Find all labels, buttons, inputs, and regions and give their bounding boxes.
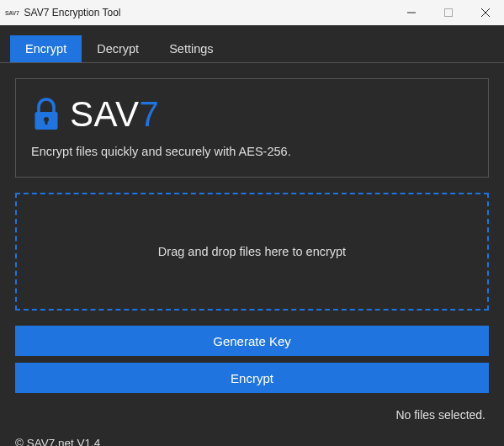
encrypt-button[interactable]: Encrypt (15, 363, 489, 393)
titlebar: SAV7 SAV7 Encryption Tool (0, 0, 504, 25)
tab-settings[interactable]: Settings (154, 35, 228, 62)
brand-accent: 7 (139, 94, 159, 134)
file-dropzone[interactable]: Drag and drop files here to encrypt (15, 193, 489, 311)
hero-card: SAV7 Encrypt files quickly and securely … (15, 78, 489, 178)
svg-rect-6 (45, 119, 48, 125)
tab-bar: Encrypt Decrypt Settings (0, 25, 504, 63)
dropzone-label: Drag and drop files here to encrypt (158, 245, 346, 258)
main-area: SAV7 Encrypt files quickly and securely … (0, 63, 504, 437)
close-button[interactable] (467, 0, 504, 25)
minimize-icon (407, 8, 416, 17)
window-title: SAV7 Encryption Tool (24, 7, 393, 19)
svg-rect-1 (445, 9, 453, 17)
status-text: No files selected. (15, 408, 489, 422)
brand-prefix: SAV (70, 94, 139, 134)
brand-row: SAV7 (31, 96, 473, 133)
tab-decrypt[interactable]: Decrypt (82, 35, 154, 62)
tab-encrypt[interactable]: Encrypt (10, 35, 82, 62)
window-controls (393, 0, 504, 25)
footer-text: © SAV7.net V1.4 (0, 437, 504, 446)
minimize-button[interactable] (393, 0, 430, 25)
tagline: Encrypt files quickly and securely with … (31, 145, 473, 158)
close-icon (481, 8, 490, 17)
maximize-button[interactable] (430, 0, 467, 25)
brand-text: SAV7 (70, 97, 159, 132)
app-icon: SAV7 (5, 10, 19, 16)
lock-icon (31, 96, 61, 133)
maximize-icon (444, 8, 453, 17)
generate-key-button[interactable]: Generate Key (15, 326, 489, 356)
